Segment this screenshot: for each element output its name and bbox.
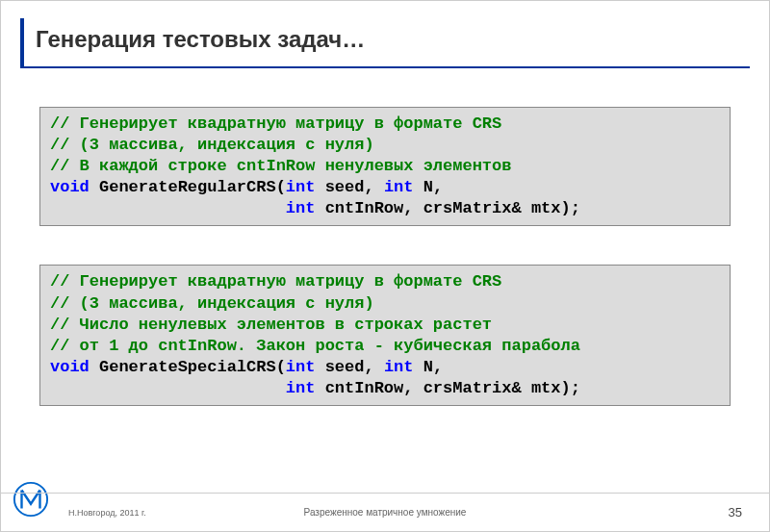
slide-header: Генерация тестовых задач… <box>1 1 769 78</box>
keyword-int: int <box>286 358 316 376</box>
indent <box>50 379 286 397</box>
comment-line: // от 1 до cntInRow. Закон роста - кубич… <box>50 337 580 355</box>
keyword-int: int <box>286 178 316 196</box>
keyword-int: int <box>286 199 316 217</box>
function-name: GenerateRegularCRS( <box>90 178 286 196</box>
param: cntInRow, crsMatrix& mtx); <box>315 199 579 217</box>
param: cntInRow, crsMatrix& mtx); <box>315 379 579 397</box>
code-block-1: // Генерирует квадратную матрицу в форма… <box>39 107 731 226</box>
footer-location: Н.Новгород, 2011 г. <box>68 508 146 518</box>
page-number: 35 <box>729 505 742 519</box>
param: seed, <box>315 178 383 196</box>
keyword-void: void <box>50 358 90 376</box>
comment-line: // Число ненулевых элементов в строках р… <box>50 316 492 334</box>
param: N, <box>414 178 444 196</box>
param: seed, <box>315 358 383 376</box>
function-name: GenerateSpecialCRS( <box>90 358 286 376</box>
param: N, <box>414 358 444 376</box>
comment-line: // В каждой строке cntInRow ненулевых эл… <box>50 157 511 175</box>
slide-title: Генерация тестовых задач… <box>36 26 750 53</box>
comment-line: // (3 массива, индексация с нуля) <box>50 136 374 154</box>
indent <box>50 199 286 217</box>
slide-content: // Генерирует квадратную матрицу в форма… <box>1 78 769 406</box>
comment-line: // Генерирует квадратную матрицу в форма… <box>50 272 501 291</box>
keyword-int: int <box>384 358 414 376</box>
keyword-int: int <box>384 178 414 196</box>
keyword-void: void <box>50 178 90 196</box>
keyword-int: int <box>286 379 316 397</box>
code-block-2: // Генерирует квадратную матрицу в форма… <box>39 265 731 406</box>
footer-title: Разреженное матричное умножение <box>304 507 467 518</box>
comment-line: // (3 массива, индексация с нуля) <box>50 294 374 313</box>
title-border: Генерация тестовых задач… <box>20 18 750 68</box>
slide-footer: Н.Новгород, 2011 г. Разреженное матрично… <box>1 493 769 531</box>
comment-line: // Генерирует квадратную матрицу в форма… <box>50 114 501 133</box>
